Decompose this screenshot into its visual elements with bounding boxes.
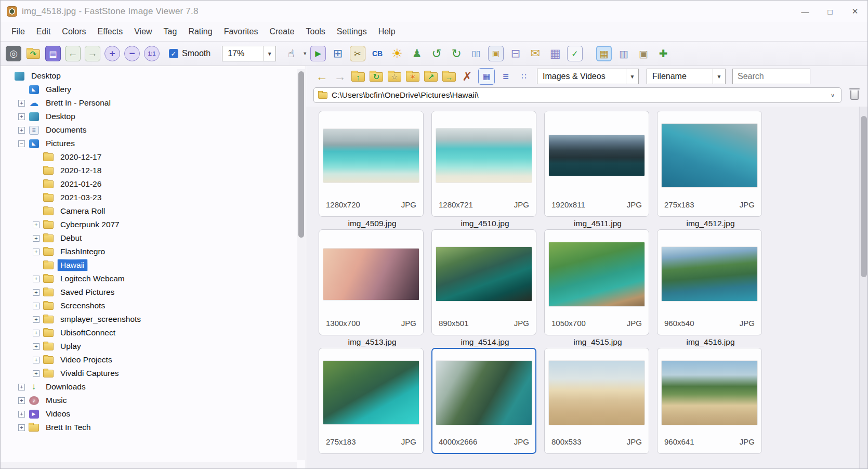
expand-icon[interactable]: + — [18, 384, 25, 390]
expand-icon[interactable]: + — [33, 343, 40, 350]
rotate-left-button[interactable]: ↺ — [428, 45, 445, 62]
zoom-percent-combo[interactable]: 17%▼ — [222, 46, 276, 61]
chevron-down-icon[interactable]: ▼ — [263, 46, 275, 61]
tree-item-2021-03-23[interactable]: 2021-03-23 — [1, 191, 295, 204]
thumbnail-img_4514.jpg[interactable]: 890x501JPG — [431, 229, 536, 335]
tree-item-downloads[interactable]: +↓Downloads — [1, 380, 295, 394]
tree-item-logitech-webcam[interactable]: +Logitech Webcam — [1, 272, 295, 285]
tree-item-pictures[interactable]: −◣Pictures — [1, 137, 295, 150]
new-folder-button[interactable]: ✶ — [404, 68, 421, 85]
zoom-in-button[interactable]: + — [104, 46, 120, 61]
expand-icon[interactable]: + — [33, 289, 40, 296]
save-as-button[interactable]: ▤ — [45, 46, 61, 61]
open-file-button[interactable]: ↷ — [24, 45, 42, 62]
scan-button[interactable]: ⊟ — [507, 45, 524, 62]
tree-item-vivaldi-captures[interactable]: +Vivaldi Captures — [1, 367, 295, 380]
menu-view[interactable]: View — [128, 22, 157, 41]
wallpaper-button[interactable]: ▣ — [488, 46, 504, 61]
expand-icon[interactable]: + — [18, 424, 25, 431]
thumbnail-img_4510.jpg[interactable]: 1280x721JPG — [431, 111, 536, 217]
thumbnail-strip-view-button[interactable]: ▥ — [615, 45, 633, 62]
maximize-button[interactable]: □ — [818, 1, 843, 22]
next-image-button[interactable]: → — [85, 46, 100, 61]
nav-forward-button[interactable]: → — [332, 68, 348, 85]
tree-scrollbar-thumb[interactable] — [298, 71, 304, 238]
thumbnail-img_4509.jpg[interactable]: 1280x720JPG — [319, 111, 424, 217]
expand-icon[interactable]: + — [33, 357, 40, 363]
chevron-down-icon[interactable]: ∨ — [828, 92, 837, 99]
expand-icon[interactable]: + — [33, 249, 40, 255]
expand-icon[interactable]: + — [33, 235, 40, 242]
draw-board-button[interactable]: CB — [369, 45, 386, 62]
menu-effects[interactable]: Effects — [92, 22, 129, 41]
tree-scrollbar[interactable] — [297, 69, 305, 460]
sort-combo[interactable]: Filename▼ — [647, 69, 726, 84]
actual-size-button[interactable]: 1:1 — [144, 46, 160, 61]
menu-help[interactable]: Help — [373, 22, 401, 41]
details-view-button[interactable]: ≡ — [497, 68, 514, 85]
tree-item-debut[interactable]: +Debut — [1, 231, 295, 245]
expand-icon[interactable]: + — [33, 276, 40, 282]
thumbnail-img_4516.jpg[interactable]: 960x540JPG — [657, 229, 762, 335]
tree-item-2020-12-18[interactable]: 2020-12-18 — [1, 164, 295, 177]
slideshow-button[interactable]: ▶ — [310, 46, 326, 61]
expand-icon[interactable]: + — [18, 411, 25, 418]
menu-settings[interactable]: Settings — [331, 22, 373, 41]
browser-view-button[interactable]: ▦ — [596, 46, 612, 61]
previous-image-button[interactable]: ← — [65, 46, 81, 61]
tree-item-2021-01-26[interactable]: 2021-01-26 — [1, 177, 295, 191]
menu-rating[interactable]: Rating — [182, 22, 218, 41]
menu-tag[interactable]: Tag — [158, 22, 183, 41]
hand-tool-button[interactable]: ☝ — [282, 45, 300, 62]
tree-item-hawaii[interactable]: Hawaii — [1, 258, 295, 272]
menu-create[interactable]: Create — [264, 22, 300, 41]
chevron-down-icon[interactable]: ▼ — [303, 51, 307, 56]
tree-item-screenshots[interactable]: +Screenshots — [1, 299, 295, 312]
chevron-down-icon[interactable]: ▼ — [713, 69, 725, 84]
collapse-icon[interactable]: − — [18, 140, 25, 147]
adjust-colors-button[interactable]: ☀ — [388, 45, 406, 62]
thumbnail-img_4511.jpg[interactable]: 1920x811JPG — [544, 111, 649, 217]
menu-tools[interactable]: Tools — [300, 22, 331, 41]
print-button[interactable]: ▦ — [546, 45, 564, 62]
tree-item-music[interactable]: +♪Music — [1, 394, 295, 407]
thumbnail-275x183[interactable]: 275x183JPG — [319, 348, 424, 454]
expand-icon[interactable]: + — [33, 330, 40, 336]
thumbnail-img_4512.jpg[interactable]: 275x183JPG — [657, 111, 762, 217]
thumbnails-scrollbar-thumb[interactable] — [861, 116, 867, 277]
expand-icon[interactable]: + — [33, 222, 40, 228]
compare-images-button[interactable]: ▯▯ — [467, 45, 485, 62]
tree-item-videos[interactable]: +▶Videos — [1, 407, 295, 421]
expand-icon[interactable]: + — [18, 100, 25, 107]
rotate-right-button[interactable]: ↻ — [448, 45, 465, 62]
tree-item-brett-in-personal[interactable]: +☁Brett In - Personal — [1, 96, 295, 110]
copy-to-folder-button[interactable]: → — [441, 68, 457, 85]
menu-favorites[interactable]: Favorites — [218, 22, 264, 41]
thumbnail-800x533[interactable]: 800x533JPG — [544, 348, 649, 454]
tree-item-2020-12-17[interactable]: 2020-12-17 — [1, 150, 295, 164]
tree-item-camera-roll[interactable]: Camera Roll — [1, 204, 295, 218]
email-button[interactable]: ✉ — [527, 45, 544, 62]
acquire-camera-button[interactable]: ◎ — [6, 46, 21, 61]
chevron-down-icon[interactable]: ▼ — [626, 69, 638, 84]
expand-icon[interactable]: + — [33, 370, 40, 377]
search-input[interactable] — [732, 69, 810, 84]
fullscreen-button[interactable]: ✚ — [654, 45, 672, 62]
move-to-folder-button[interactable]: ↗ — [423, 68, 439, 85]
crop-board-button[interactable]: ✂ — [350, 46, 365, 61]
filter-combo[interactable]: Images & Videos▼ — [537, 69, 639, 84]
expand-icon[interactable]: + — [18, 113, 25, 120]
delete-button[interactable]: ✗ — [459, 68, 476, 85]
tree-item-smplayer-screenshots[interactable]: +smplayer_screenshots — [1, 312, 295, 326]
full-preview-view-button[interactable]: ▣ — [635, 45, 652, 62]
tree-horizontal-scrollbar[interactable] — [1, 462, 297, 468]
clone-heal-button[interactable]: ♟ — [408, 45, 426, 62]
list-view-button[interactable]: ∷ — [516, 68, 532, 85]
thumbnail-img_4515.jpg[interactable]: 1050x700JPG — [544, 229, 649, 335]
folder-up-button[interactable]: ↑ — [350, 68, 366, 85]
tree-item-video-projects[interactable]: +Video Projects — [1, 353, 295, 367]
tree-item-cyberpunk-2077[interactable]: +Cyberpunk 2077 — [1, 218, 295, 231]
smooth-checkbox[interactable]: ✓ — [169, 49, 178, 58]
nav-back-button[interactable]: ← — [313, 68, 330, 85]
tree-item-uplay[interactable]: +Uplay — [1, 340, 295, 353]
